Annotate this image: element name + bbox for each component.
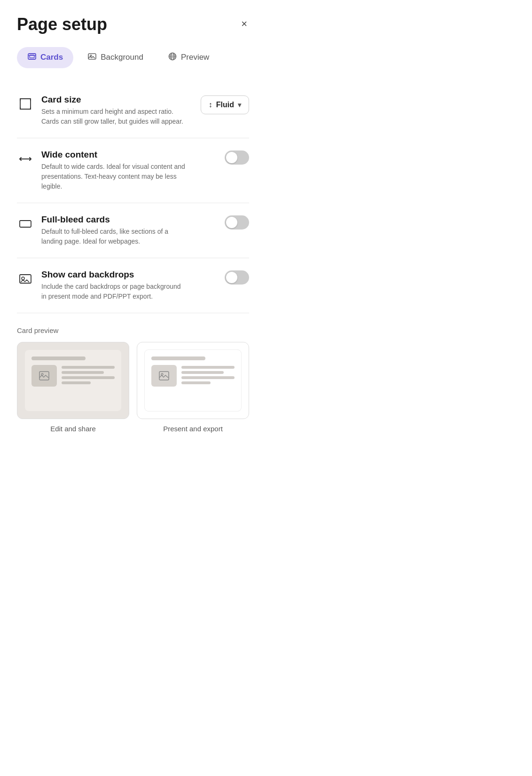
wide-content-content: Wide content Default to wide cards. Idea… [41, 150, 185, 191]
full-bleed-control [193, 215, 249, 230]
svg-rect-10 [20, 99, 31, 109]
preview-lines-1 [62, 365, 115, 384]
full-bleed-toggle[interactable] [225, 215, 249, 230]
preview-present-export: Present and export [137, 342, 249, 433]
globe-icon [168, 52, 177, 63]
svg-rect-23 [39, 372, 49, 380]
card-preview-label: Card preview [17, 326, 249, 334]
show-backdrops-slider [225, 270, 249, 285]
wide-content-toggle[interactable] [225, 150, 249, 165]
full-bleed-title: Full-bleed cards [41, 214, 185, 225]
preview-edit-share-box [17, 342, 129, 419]
dropdown-value: Fluid [216, 101, 234, 109]
settings-list: Card size Sets a minimum card height and… [17, 83, 249, 313]
svg-point-26 [161, 373, 163, 375]
image-icon [87, 52, 97, 63]
preview-present-export-inner [145, 350, 241, 411]
full-bleed-icon [17, 215, 34, 232]
page-header: Page setup × [17, 15, 249, 34]
svg-point-24 [41, 373, 43, 375]
show-backdrops-desc: Include the card backdrops or page backg… [41, 282, 185, 301]
wide-content-desc: Default to wide cards. Ideal for visual … [41, 162, 185, 191]
preview-edit-share: Edit and share [17, 342, 129, 433]
preview-edit-share-caption: Edit and share [50, 425, 96, 433]
cards-icon [27, 52, 37, 63]
preview-image-1 [31, 365, 57, 387]
card-size-control: ↕ Fluid ▾ [193, 95, 249, 114]
tab-background[interactable]: Background [77, 47, 154, 68]
setting-wide-content: Wide content Default to wide cards. Idea… [17, 138, 249, 203]
tab-cards-label: Cards [40, 53, 63, 62]
preview-lines-2 [181, 365, 235, 384]
show-backdrops-title: Show card backdrops [41, 269, 185, 280]
preview-content-row-1 [31, 365, 115, 387]
resize-icon [17, 95, 34, 112]
backdrop-icon [17, 270, 34, 287]
wide-content-icon [17, 150, 34, 167]
setting-show-backdrops: Show card backdrops Include the card bac… [17, 258, 249, 313]
card-preview-section: Card preview [17, 326, 249, 433]
wide-content-slider [225, 150, 249, 165]
show-backdrops-toggle[interactable] [225, 270, 249, 285]
tab-bar: Cards Background Preview [17, 47, 249, 68]
card-preview-grid: Edit and share [17, 342, 249, 433]
card-size-desc: Sets a minimum card height and aspect ra… [41, 107, 185, 127]
chevron-down-icon: ▾ [238, 101, 241, 109]
full-bleed-content: Full-bleed cards Default to full-bleed c… [41, 214, 185, 246]
preview-present-export-box [137, 342, 249, 419]
tab-background-label: Background [101, 53, 143, 62]
wide-content-control [193, 150, 249, 165]
close-button[interactable]: × [239, 17, 249, 31]
preview-edit-share-inner [25, 350, 121, 411]
setting-full-bleed: Full-bleed cards Default to full-bleed c… [17, 203, 249, 258]
preview-image-2 [151, 365, 177, 387]
preview-present-export-caption: Present and export [163, 425, 223, 433]
tab-preview[interactable]: Preview [157, 47, 219, 68]
tab-cards[interactable]: Cards [17, 47, 73, 68]
page-title: Page setup [17, 15, 107, 34]
preview-top-line-2 [151, 356, 205, 360]
svg-rect-20 [20, 221, 31, 227]
svg-point-22 [22, 277, 24, 280]
fluid-sort-icon: ↕ [209, 101, 212, 109]
full-bleed-slider [225, 215, 249, 230]
full-bleed-desc: Default to full-bleed cards, like sectio… [41, 227, 185, 246]
preview-content-row-2 [151, 365, 235, 387]
card-size-dropdown[interactable]: ↕ Fluid ▾ [201, 95, 249, 114]
card-size-content: Card size Sets a minimum card height and… [41, 95, 185, 127]
card-size-title: Card size [41, 95, 185, 105]
svg-rect-25 [159, 372, 169, 380]
show-backdrops-content: Show card backdrops Include the card bac… [41, 269, 185, 301]
wide-content-title: Wide content [41, 150, 185, 160]
preview-top-line-1 [31, 356, 86, 360]
show-backdrops-control [193, 270, 249, 285]
setting-card-size: Card size Sets a minimum card height and… [17, 83, 249, 138]
tab-preview-label: Preview [181, 53, 209, 62]
